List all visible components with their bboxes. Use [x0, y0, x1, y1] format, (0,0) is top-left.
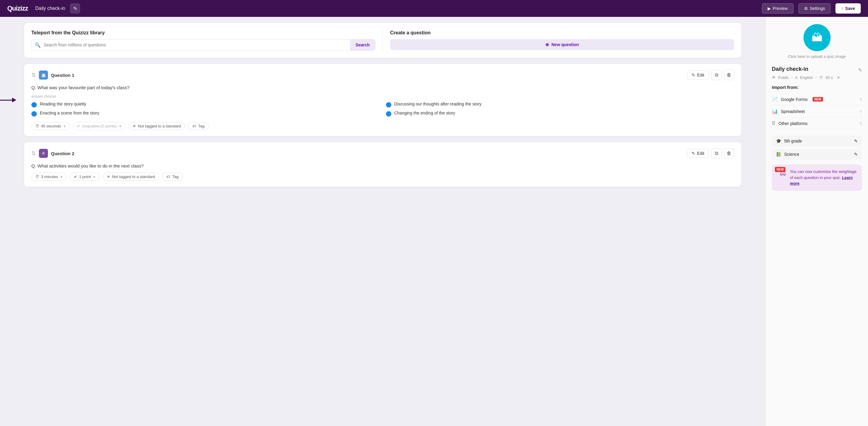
quizizz-logo: Quizizz	[7, 4, 28, 12]
standard-label-1: Not tagged to a standard	[138, 124, 181, 128]
import-other-platforms[interactable]: ⠿ Other platforms ↑	[772, 118, 862, 130]
question-1-header-left: ⇅ ▣ Question 1	[31, 70, 74, 79]
grade-pill-1[interactable]: ✔ Ungraded (0 points) ▼	[73, 122, 126, 130]
quiz-meta-title: Daily check-in	[772, 66, 808, 72]
answers-grid-1: Reading the story quietly Discussing our…	[31, 101, 734, 117]
copy-icon-2: ⧉	[715, 151, 718, 156]
answer-dot-3	[31, 111, 37, 117]
search-input[interactable]	[44, 39, 350, 50]
tag-pill-2[interactable]: 🏷 Tag	[162, 173, 183, 181]
upload-icon: ↑	[841, 6, 843, 11]
question-1-edit-button[interactable]: ✎ Edit	[687, 70, 709, 79]
sort-icon-2[interactable]: ⇅	[31, 150, 36, 157]
image-upload-icon: 🏔	[812, 31, 823, 44]
answer-item-4: Changing the ending of the story	[386, 110, 735, 117]
grade-label: 5th grade	[784, 139, 802, 143]
image-upload-circle[interactable]: 🏔	[804, 24, 831, 51]
grade-label-1: Ungraded (0 points)	[82, 124, 117, 128]
gear-icon: ⚙	[804, 6, 808, 11]
answer-text-4: Changing the ending of the story	[394, 110, 455, 116]
eye-icon: 👁	[772, 75, 776, 80]
question-2-header: ⇅ ≡ Question 2 ✎ Edit ⧉ 🗑	[31, 148, 734, 159]
section-divider	[382, 30, 383, 51]
import-google-forms[interactable]: 📄 Google Forms NEW ↑	[772, 93, 862, 105]
clock-icon-2: ⏱	[35, 174, 39, 179]
other-platforms-upload-icon: ↑	[860, 121, 862, 126]
customize-text: You can now customize the weightage of e…	[790, 169, 858, 187]
answer-item-1: Reading the story quietly	[31, 101, 380, 107]
trash-icon-2: 🗑	[726, 151, 732, 156]
import-spreadsheet[interactable]: 📊 Spreadsheet ↑	[772, 105, 862, 118]
expand-icon-sidebar[interactable]: ▼	[836, 75, 840, 80]
question-card-2: ⇅ ≡ Question 2 ✎ Edit ⧉ 🗑	[24, 142, 741, 187]
x-icon-1: ✕	[133, 124, 136, 128]
spreadsheet-upload-icon: ↑	[860, 109, 862, 114]
dropdown-arrow-grade-1: ▼	[119, 124, 122, 128]
google-forms-upload-icon: ↑	[860, 97, 862, 102]
grade-edit-icon[interactable]: ✎	[854, 139, 858, 143]
question-1-delete-button[interactable]: 🗑	[724, 70, 734, 80]
spreadsheet-icon: 📊	[772, 108, 778, 114]
settings-button[interactable]: ⚙ Settings	[798, 3, 831, 13]
dropdown-arrow-1: ▼	[63, 124, 66, 128]
other-platforms-icon: ⠿	[772, 121, 775, 126]
quiz-title-nav: Daily check-in	[35, 6, 65, 11]
answer-dot-1	[31, 102, 37, 107]
search-button[interactable]: Search	[350, 39, 375, 50]
top-navigation: Quizizz Daily check-in ✎ ▶ Preview ⚙ Set…	[0, 0, 868, 17]
import-section: Import from: 📄 Google Forms NEW ↑ 📊 Spre…	[772, 85, 862, 130]
arrow-head	[12, 98, 16, 102]
question-2-number: Question 2	[51, 151, 74, 156]
google-forms-label: Google Forms	[781, 97, 808, 102]
dropdown-arrow-points-2: ▼	[93, 175, 96, 179]
question-2-delete-button[interactable]: 🗑	[724, 148, 734, 159]
question-1-header: ⇅ ▣ Question 1 ✎ Edit ⧉ 🗑	[31, 70, 734, 80]
customize-new-badge: NEW	[775, 167, 785, 172]
import-title: Import from:	[772, 85, 862, 90]
main-layout: Teleport from the Quizizz library 🔍 Sear…	[0, 17, 868, 426]
save-button[interactable]: ↑ Save	[835, 3, 861, 13]
sort-icon[interactable]: ⇅	[31, 72, 36, 78]
language-icon: A	[795, 75, 798, 80]
question-2-edit-button[interactable]: ✎ Edit	[687, 149, 709, 158]
standard-pill-1[interactable]: ✕ Not tagged to a standard	[129, 122, 185, 130]
answer-dot-4	[386, 111, 391, 117]
time-label-2: 3 minutes	[41, 174, 58, 179]
answer-dot-2	[386, 102, 391, 107]
copy-icon: ⧉	[715, 72, 718, 78]
question-2-header-left: ⇅ ≡ Question 2	[31, 149, 74, 158]
preview-button[interactable]: ▶ Preview	[762, 3, 794, 13]
tag-label-2: Tag	[172, 174, 179, 179]
subject-label: Science	[784, 152, 799, 157]
subject-edit-icon[interactable]: ✎	[854, 152, 858, 157]
check-icon-1: ✔	[77, 124, 80, 128]
time-pill-1[interactable]: ⏱ 45 seconds ▼	[31, 122, 70, 130]
answer-text-3: Enacting a scene from the story	[40, 110, 99, 116]
new-question-button[interactable]: ⊕ New question	[390, 39, 734, 50]
question-2-text: Q. What activities would you like to do …	[31, 163, 734, 168]
answer-choices-label: answer choices	[31, 94, 734, 99]
time-pill-2[interactable]: ⏱ 3 minutes ▼	[31, 173, 67, 181]
teleport-title: Teleport from the Quizizz library	[31, 30, 375, 36]
check-icon-2: ✔	[74, 174, 77, 179]
subject-item[interactable]: 📗 Science ✎	[772, 149, 862, 160]
question-card-1: ⇅ ▣ Question 1 ✎ Edit ⧉ 🗑	[24, 64, 741, 136]
question-1-text: Q. What was your favourite part of today…	[31, 85, 734, 90]
points-pill-2[interactable]: ✔ 1 point ▼	[70, 173, 100, 181]
time-label-1: 45 seconds	[41, 124, 61, 128]
edit-title-button[interactable]: ✎	[70, 3, 80, 13]
book-icon: 📗	[776, 152, 781, 157]
grade-item[interactable]: 🎓 5th grade ✎	[772, 136, 862, 146]
quiz-meta-section: Daily check-in ✎ 👁 Public • A English • …	[772, 66, 862, 80]
trash-icon: 🗑	[726, 72, 732, 78]
search-row: 🔍 Search	[31, 39, 375, 51]
question-2-copy-button[interactable]: ⧉	[711, 148, 721, 159]
tag-pill-1[interactable]: 🏷 Tag	[188, 122, 209, 130]
quiz-meta-edit-button[interactable]: ✎	[858, 67, 862, 73]
question-1-copy-button[interactable]: ⧉	[711, 70, 721, 80]
answer-item-2: Discussing our thoughts after reading th…	[386, 101, 735, 107]
clock-icon-1: ⏱	[35, 124, 39, 128]
points-label-2: 1 point	[79, 174, 91, 179]
standard-pill-2[interactable]: ✕ Not tagged to a standard	[103, 173, 159, 181]
quiz-meta-header: Daily check-in ✎	[772, 66, 862, 74]
